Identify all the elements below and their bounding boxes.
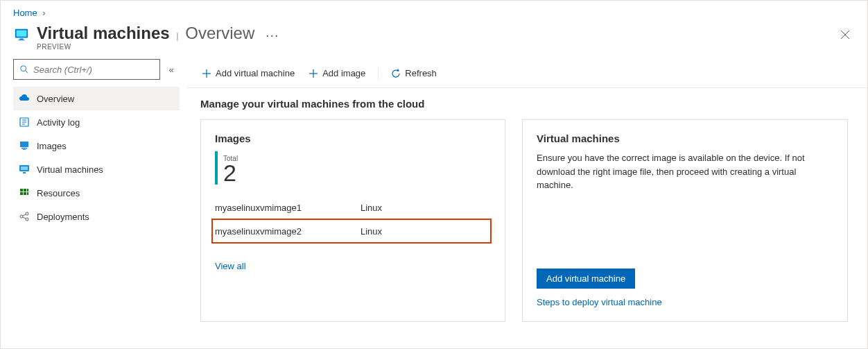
search-input[interactable] bbox=[33, 65, 154, 75]
svg-rect-20 bbox=[24, 192, 26, 195]
card-title: Images bbox=[215, 133, 491, 144]
svg-point-22 bbox=[20, 215, 23, 218]
svg-rect-12 bbox=[23, 149, 26, 150]
image-icon bbox=[19, 140, 30, 151]
svg-rect-11 bbox=[21, 148, 27, 149]
svg-rect-17 bbox=[24, 189, 26, 191]
sidebar-item-resources[interactable]: Resources bbox=[13, 181, 180, 205]
breadcrumb-home[interactable]: Home bbox=[13, 8, 37, 18]
sidebar-item-label: Deployments bbox=[37, 212, 89, 222]
image-os: Linux bbox=[361, 203, 382, 213]
svg-point-23 bbox=[26, 212, 28, 215]
svg-point-4 bbox=[21, 66, 26, 71]
page-header: Virtual machines | Overview ··· PREVIEW bbox=[1, 21, 867, 59]
svg-rect-3 bbox=[18, 40, 24, 40]
sidebar-item-images[interactable]: Images bbox=[13, 134, 180, 158]
svg-rect-18 bbox=[27, 189, 28, 191]
sidebar-item-activity[interactable]: Activity log bbox=[13, 110, 180, 134]
grid-icon bbox=[19, 187, 30, 198]
separator bbox=[378, 67, 379, 80]
svg-rect-19 bbox=[20, 192, 23, 195]
collapse-sidebar-button[interactable]: « bbox=[163, 65, 180, 75]
svg-rect-10 bbox=[20, 142, 28, 147]
svg-rect-1 bbox=[17, 31, 27, 37]
vm-icon bbox=[19, 164, 30, 175]
add-image-button[interactable]: Add image bbox=[303, 65, 371, 81]
button-label: Add image bbox=[322, 68, 365, 78]
card-description: Ensure you have the correct image is ava… bbox=[537, 151, 833, 192]
svg-line-26 bbox=[23, 217, 26, 219]
add-vm-button[interactable]: Add virtual machine bbox=[196, 65, 300, 81]
view-all-link[interactable]: View all bbox=[215, 261, 246, 271]
svg-line-25 bbox=[23, 214, 26, 216]
sidebar-item-label: Activity log bbox=[37, 117, 80, 128]
svg-rect-14 bbox=[21, 167, 28, 170]
button-label: Refresh bbox=[405, 68, 437, 78]
page-section: Overview bbox=[185, 24, 254, 42]
chevron-right-icon: › bbox=[42, 8, 45, 18]
command-bar: Add virtual machine Add image Refresh bbox=[186, 59, 867, 88]
svg-line-5 bbox=[26, 71, 28, 74]
breadcrumb: Home › bbox=[1, 1, 867, 21]
svg-rect-21 bbox=[27, 192, 28, 195]
page-title: Virtual machines bbox=[37, 24, 170, 42]
images-count: Total 2 bbox=[215, 151, 491, 185]
sidebar-item-overview[interactable]: Overview bbox=[13, 87, 180, 110]
add-vm-primary-button[interactable]: Add virtual machine bbox=[537, 269, 635, 289]
search-icon bbox=[19, 65, 29, 74]
image-row[interactable]: myaselinuxvmimage1 Linux bbox=[215, 196, 491, 219]
image-name: myaselinuxvmimage1 bbox=[215, 203, 361, 213]
sidebar: « Overview Activity log Images Virtual m… bbox=[1, 59, 186, 322]
count-value: 2 bbox=[223, 161, 238, 185]
cloud-icon bbox=[19, 93, 30, 104]
preview-badge: PREVIEW bbox=[37, 43, 279, 51]
image-os: Linux bbox=[361, 226, 382, 237]
sidebar-item-vms[interactable]: Virtual machines bbox=[13, 158, 180, 181]
search-input-wrapper[interactable] bbox=[13, 59, 160, 80]
card-title: Virtual machines bbox=[537, 133, 833, 144]
steps-link[interactable]: Steps to deploy virtual machine bbox=[537, 297, 833, 307]
more-icon[interactable]: ··· bbox=[266, 27, 279, 42]
sidebar-item-label: Resources bbox=[37, 188, 80, 198]
sidebar-item-label: Images bbox=[37, 141, 67, 151]
sidebar-item-label: Overview bbox=[37, 94, 74, 104]
sidebar-item-label: Virtual machines bbox=[37, 164, 103, 175]
image-row[interactable]: myaselinuxvmimage2 Linux bbox=[212, 219, 491, 243]
deploy-icon bbox=[19, 211, 30, 222]
svg-rect-16 bbox=[20, 189, 23, 191]
section-subtitle: Manage your virtual machines from the cl… bbox=[186, 88, 867, 119]
refresh-button[interactable]: Refresh bbox=[385, 65, 442, 81]
svg-rect-15 bbox=[23, 172, 26, 173]
close-button[interactable] bbox=[837, 26, 853, 43]
vms-card: Virtual machines Ensure you have the cor… bbox=[522, 119, 848, 322]
images-card: Images Total 2 myaselinuxvmimage1 Linux … bbox=[200, 119, 505, 322]
svg-rect-2 bbox=[19, 39, 24, 40]
log-icon bbox=[19, 117, 30, 128]
monitor-icon bbox=[13, 26, 30, 43]
svg-point-24 bbox=[26, 218, 28, 221]
sidebar-item-deployments[interactable]: Deployments bbox=[13, 205, 180, 228]
button-label: Add virtual machine bbox=[216, 68, 295, 78]
image-name: myaselinuxvmimage2 bbox=[215, 226, 361, 237]
